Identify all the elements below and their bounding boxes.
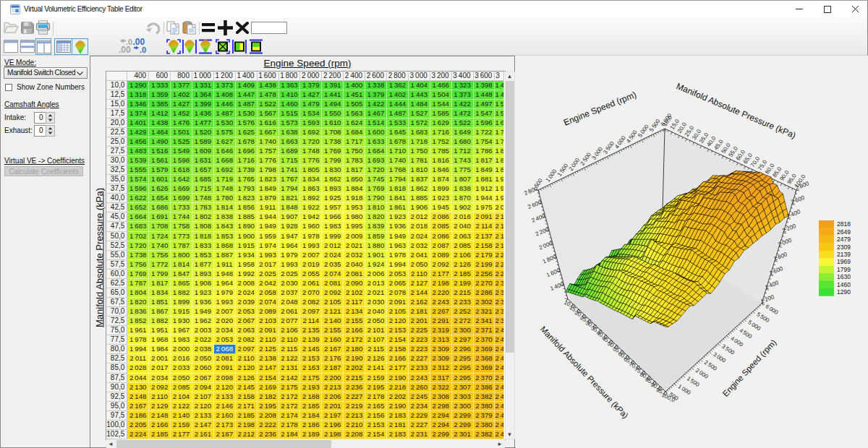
- svg-text:2818: 2818: [837, 220, 851, 228]
- svg-text:5 000: 5 000: [747, 319, 762, 332]
- svg-text:2649: 2649: [837, 228, 851, 236]
- svg-text:1630: 1630: [837, 273, 851, 280]
- svg-text:4 000: 4 000: [729, 335, 744, 348]
- svg-text:1799: 1799: [837, 266, 851, 273]
- svg-text:2 600: 2 600: [527, 199, 542, 210]
- svg-text:5 500: 5 500: [756, 311, 771, 324]
- svg-text:1 400: 1 400: [549, 280, 565, 292]
- svg-text:2309: 2309: [837, 244, 851, 251]
- svg-text:1290: 1290: [837, 288, 851, 296]
- svg-text:2479: 2479: [837, 236, 851, 243]
- svg-text:3 500: 3 500: [720, 343, 736, 356]
- svg-text:2 200: 2 200: [535, 226, 550, 238]
- svg-text:.0: .0: [140, 46, 146, 54]
- svg-text:1 500: 1 500: [686, 375, 701, 388]
- svg-text:2 000: 2 000: [694, 367, 710, 380]
- svg-text:6 000: 6 000: [765, 303, 780, 316]
- svg-text:2139: 2139: [837, 251, 851, 258]
- svg-text:3 000: 3 000: [712, 351, 727, 364]
- svg-text:2 400: 2 400: [531, 212, 547, 224]
- svg-text:4 500: 4 500: [738, 327, 753, 340]
- svg-text:1460: 1460: [837, 281, 851, 288]
- svg-text:Manifold Absolute Pressure (kP: Manifold Absolute Pressure (kPa): [675, 81, 797, 140]
- svg-text:2 800: 2 800: [523, 185, 539, 197]
- svg-text:.00: .00: [119, 45, 131, 55]
- svg-text:Engine Speed (rpm): Engine Speed (rpm): [562, 90, 638, 128]
- svg-text:1 000: 1 000: [677, 383, 692, 396]
- svg-text:1 600: 1 600: [545, 267, 561, 279]
- svg-text:2 000: 2 000: [538, 240, 554, 251]
- svg-text:1 800: 1 800: [542, 254, 558, 265]
- svg-text:2 500: 2 500: [703, 359, 718, 372]
- svg-text:1969: 1969: [837, 258, 851, 265]
